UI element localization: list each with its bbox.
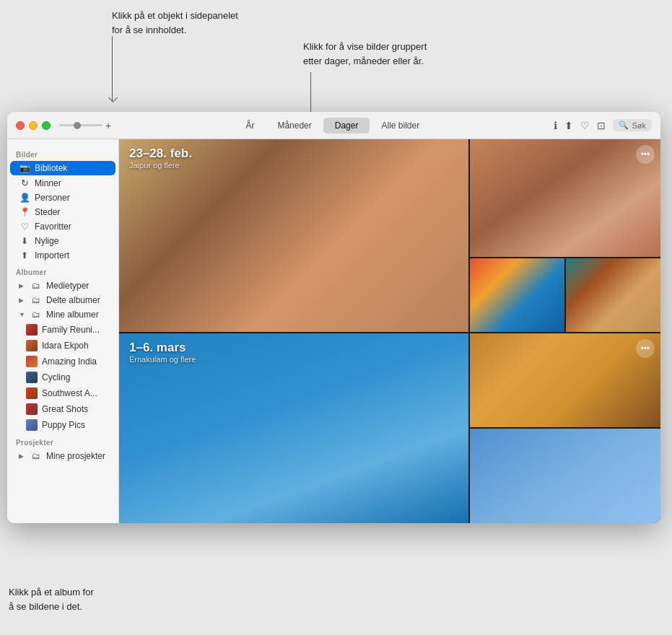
sidebar-label-idara: Idara Ekpoh (42, 341, 89, 351)
expander-prosjekter: ▶ (19, 452, 26, 460)
search-icon: 🔍 (619, 121, 629, 130)
sidebar-label-mine: Mine albumer (46, 310, 99, 320)
traffic-lights (16, 121, 51, 130)
sidebar-label-family: Family Reuni... (42, 325, 100, 335)
expander-mine: ▼ (19, 311, 26, 318)
great-thumb (26, 403, 38, 415)
info-icon[interactable]: ℹ (554, 120, 557, 131)
sidebar-item-southwest[interactable]: Southwest A... (10, 385, 115, 401)
fullscreen-button[interactable] (42, 121, 51, 130)
main-content: Bilder 📷 Bibliotek ↻ Minner 👤 Personer 📍… (7, 139, 660, 523)
personer-icon: 👤 (19, 193, 30, 203)
sidebar-item-mine[interactable]: ▼ 🗂 Mine albumer (10, 307, 115, 322)
sidebar-section-bilder: Bilder (7, 145, 118, 161)
nylige-icon: ⬇ (19, 236, 30, 246)
sidebar-item-idara[interactable]: Idara Ekpoh (10, 338, 115, 354)
photo-man-desert[interactable]: ••• (470, 333, 660, 428)
zoom-plus-button[interactable]: + (105, 120, 111, 131)
expander-delte: ▶ (19, 297, 26, 304)
toolbar-icons: ℹ ⬆ ♡ ⊡ 🔍 Søk (554, 119, 652, 131)
sidebar-item-importert[interactable]: ⬆ Importert (10, 248, 115, 263)
puppy-thumb (26, 419, 38, 431)
sidebar-item-puppy[interactable]: Puppy Pics (10, 417, 115, 433)
sidebar-label-india: Amazing India (42, 356, 97, 367)
sidebar-item-personer[interactable]: 👤 Personer (10, 190, 115, 205)
sidebar-label-medietyper: Medietyper (46, 281, 89, 291)
tab-months[interactable]: Måneder (266, 118, 323, 133)
bibliotek-icon: 📷 (19, 163, 30, 173)
share-icon[interactable]: ⬆ (564, 120, 573, 131)
sidebar-item-steder[interactable]: 📍 Steder (10, 205, 115, 219)
photo-woman-portrait[interactable]: ••• (470, 139, 660, 257)
photo-area: 23–28. feb. Jaipur og flere ••• (119, 139, 660, 523)
sidebar-item-minner[interactable]: ↻ Minner (10, 175, 115, 190)
annotation-top-right: Klikk for å vise bilder gruppert etter d… (303, 40, 469, 68)
sidebar-label-great: Great Shots (42, 404, 88, 414)
more-button-feb[interactable]: ••• (636, 145, 655, 164)
sidebar-item-medietyper[interactable]: ▶ 🗂 Medietyper (10, 279, 115, 293)
sidebar-label-minner: Minner (35, 178, 61, 188)
sidebar-label-favoritter: Favoritter (35, 222, 71, 232)
sidebar-item-india[interactable]: Amazing India (10, 354, 115, 369)
close-button[interactable] (16, 121, 25, 130)
sidebar-label-steder: Steder (35, 207, 60, 217)
medietyper-icon: 🗂 (30, 281, 42, 291)
photo-man-colorful[interactable] (470, 258, 564, 332)
sidebar-section-prosjekter: Prosjekter (7, 433, 118, 449)
more-button-mars[interactable]: ••• (636, 339, 655, 358)
sidebar-label-mine-prosjekter: Mine prosjekter (46, 451, 105, 461)
photo-woman-door[interactable] (566, 258, 660, 332)
sidebar-item-delte[interactable]: ▶ 🗂 Delte albumer (10, 293, 115, 307)
crop-icon[interactable]: ⊡ (597, 120, 606, 131)
sidebar-label-importert: Importert (35, 250, 69, 260)
heart-icon[interactable]: ♡ (580, 120, 590, 131)
idara-thumb (26, 340, 38, 351)
date-label-mars: 1–6. mars Ernakulam og flere (129, 341, 196, 365)
sidebar-label-nylige: Nylige (35, 236, 58, 246)
minimize-button[interactable] (29, 121, 38, 130)
tab-group: År Måneder Dager Alle bilder (234, 118, 431, 133)
photo-pool-selfie[interactable]: 1–6. mars Ernakulam og flere (119, 333, 468, 523)
annotation-top-left: Klikk på et objekt i sidepanelet for å s… (112, 9, 256, 37)
annotation-line-top (112, 36, 113, 101)
sidebar-label-bibliotek: Bibliotek (35, 163, 67, 173)
zoom-slider: + (59, 120, 111, 131)
mac-window: + År Måneder Dager Alle bilder ℹ ⬆ ♡ ⊡ 🔍… (7, 112, 660, 523)
photo-group-mars: 1–6. mars Ernakulam og flere ••• (119, 333, 660, 523)
sidebar-item-nylige[interactable]: ⬇ Nylige (10, 234, 115, 248)
search-box[interactable]: 🔍 Søk (613, 119, 652, 131)
sidebar-label-personer: Personer (35, 193, 70, 203)
sidebar-item-bibliotek[interactable]: 📷 Bibliotek (10, 161, 115, 175)
favoritter-icon: ♡ (19, 222, 30, 232)
photo-dance-main[interactable]: 23–28. feb. Jaipur og flere (119, 139, 468, 332)
sidebar-item-mine-prosjekter[interactable]: ▶ 🗂 Mine prosjekter (10, 449, 115, 463)
titlebar: + År Måneder Dager Alle bilder ℹ ⬆ ♡ ⊡ 🔍… (7, 112, 660, 139)
india-thumb (26, 356, 38, 367)
annotation-bottom-left: Klikk på et album for å se bildene i det… (9, 585, 139, 613)
search-label: Søk (632, 121, 646, 130)
steder-icon: 📍 (19, 207, 30, 217)
tab-days[interactable]: Dager (323, 118, 370, 133)
cycling-thumb (26, 372, 38, 383)
mine-icon: 🗂 (30, 310, 42, 320)
delte-icon: 🗂 (30, 295, 42, 305)
sidebar-item-favoritter[interactable]: ♡ Favoritter (10, 219, 115, 234)
tab-all[interactable]: Alle bilder (370, 118, 431, 133)
sidebar-label-southwest: Southwest A... (42, 388, 97, 398)
photo-woman-blue[interactable] (470, 429, 660, 523)
photo-group-feb-right: ••• (470, 139, 660, 332)
photo-group-feb: 23–28. feb. Jaipur og flere ••• (119, 139, 660, 332)
sidebar-section-albumer: Albumer (7, 263, 118, 279)
sidebar-item-great[interactable]: Great Shots (10, 401, 115, 417)
zoom-track[interactable] (59, 124, 102, 126)
tab-year[interactable]: År (234, 118, 266, 133)
sidebar-item-family[interactable]: Family Reuni... (10, 322, 115, 338)
family-thumb (26, 324, 38, 336)
photo-group-mars-right: ••• (470, 333, 660, 523)
minner-icon: ↻ (19, 178, 30, 188)
sidebar: Bilder 📷 Bibliotek ↻ Minner 👤 Personer 📍… (7, 139, 119, 523)
sidebar-label-puppy: Puppy Pics (42, 420, 85, 430)
expander-medietyper: ▶ (19, 282, 26, 289)
sidebar-item-cycling[interactable]: Cycling (10, 369, 115, 385)
sidebar-label-cycling: Cycling (42, 372, 70, 382)
